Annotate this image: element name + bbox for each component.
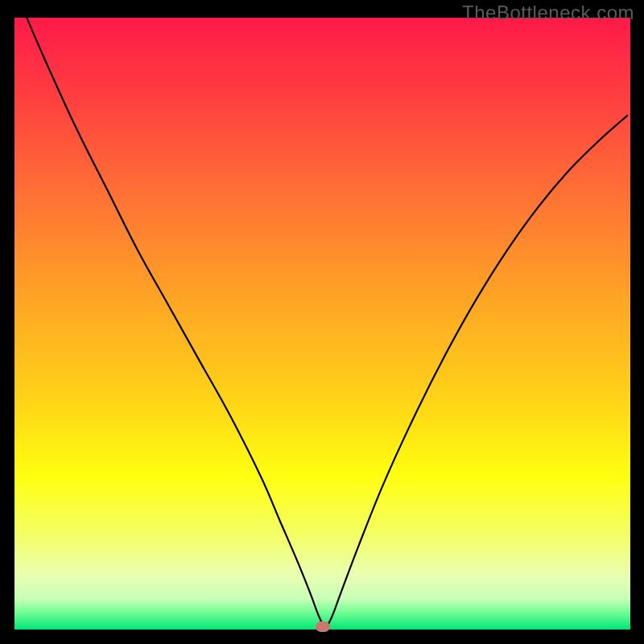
gradient-rect bbox=[14, 18, 630, 630]
watermark-text: TheBottleneck.com bbox=[462, 2, 634, 24]
plot-area bbox=[14, 18, 630, 630]
chart-svg bbox=[14, 18, 630, 630]
chart-frame: TheBottleneck.com bbox=[0, 0, 644, 644]
optimal-point-marker bbox=[316, 621, 330, 632]
